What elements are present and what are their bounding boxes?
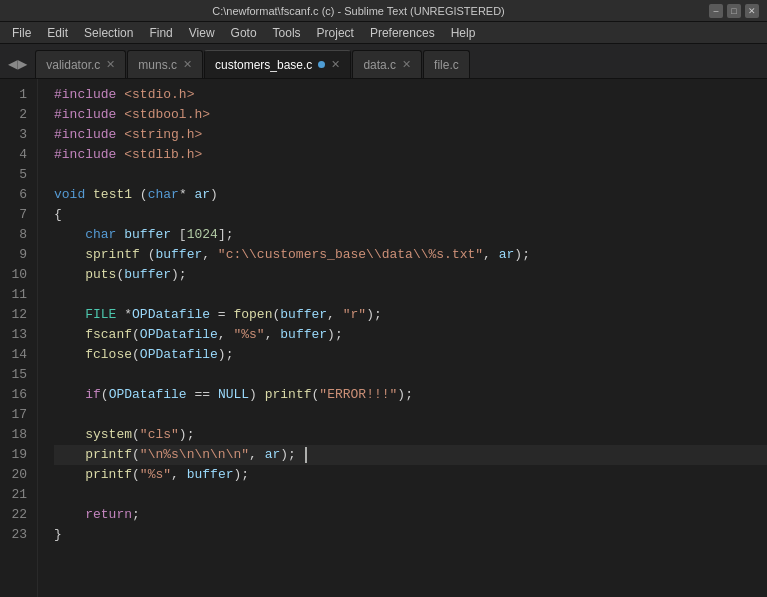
code-line-21 <box>54 485 767 505</box>
line-num-20: 20 <box>0 465 27 485</box>
line-num-2: 2 <box>0 105 27 125</box>
line-num-23: 23 <box>0 525 27 545</box>
code-line-5 <box>54 165 767 185</box>
tab-validator[interactable]: validator.c ✕ <box>35 50 126 78</box>
line-num-1: 1 <box>0 85 27 105</box>
code-line-7: { <box>54 205 767 225</box>
tab-modified-dot <box>318 61 325 68</box>
line-num-22: 22 <box>0 505 27 525</box>
line-num-17: 17 <box>0 405 27 425</box>
editor: 1 2 3 4 5 6 7 8 9 10 11 12 13 14 15 16 1… <box>0 79 767 597</box>
code-line-12: FILE *OPDatafile = fopen(buffer, "r"); <box>54 305 767 325</box>
tab-close-muns[interactable]: ✕ <box>183 58 192 71</box>
tab-label: data.c <box>363 58 396 72</box>
tab-bar: ◀▶ validator.c ✕ muns.c ✕ customers_base… <box>0 44 767 79</box>
code-line-15 <box>54 365 767 385</box>
menu-tools[interactable]: Tools <box>265 24 309 42</box>
code-line-14: fclose(OPDatafile); <box>54 345 767 365</box>
code-line-13: fscanf(OPDatafile, "%s", buffer); <box>54 325 767 345</box>
code-line-11 <box>54 285 767 305</box>
tab-close-validator[interactable]: ✕ <box>106 58 115 71</box>
line-num-3: 3 <box>0 125 27 145</box>
code-line-9: sprintf (buffer, "c:\\customers_base\\da… <box>54 245 767 265</box>
tab-close-data[interactable]: ✕ <box>402 58 411 71</box>
line-num-6: 6 <box>0 185 27 205</box>
line-num-16: 16 <box>0 385 27 405</box>
menu-goto[interactable]: Goto <box>223 24 265 42</box>
menu-preferences[interactable]: Preferences <box>362 24 443 42</box>
menu-find[interactable]: Find <box>141 24 180 42</box>
code-line-8: char buffer [1024]; <box>54 225 767 245</box>
line-num-15: 15 <box>0 365 27 385</box>
tab-customers-base[interactable]: customers_base.c ✕ <box>204 50 351 78</box>
tab-file[interactable]: file.c <box>423 50 470 78</box>
code-line-4: #include <stdlib.h> <box>54 145 767 165</box>
tab-data[interactable]: data.c ✕ <box>352 50 422 78</box>
code-area[interactable]: #include <stdio.h> #include <stdbool.h> … <box>38 79 767 597</box>
code-line-19: printf("\n%s\n\n\n\n", ar); <box>54 445 767 465</box>
close-button[interactable]: ✕ <box>745 4 759 18</box>
maximize-button[interactable]: □ <box>727 4 741 18</box>
tab-nav[interactable]: ◀▶ <box>4 50 31 78</box>
code-line-23: } <box>54 525 767 545</box>
code-line-2: #include <stdbool.h> <box>54 105 767 125</box>
line-numbers: 1 2 3 4 5 6 7 8 9 10 11 12 13 14 15 16 1… <box>0 79 38 597</box>
tab-label: validator.c <box>46 58 100 72</box>
line-num-21: 21 <box>0 485 27 505</box>
line-num-19: 19 <box>0 445 27 465</box>
line-num-10: 10 <box>0 265 27 285</box>
menu-project[interactable]: Project <box>309 24 362 42</box>
menu-selection[interactable]: Selection <box>76 24 141 42</box>
tab-label: muns.c <box>138 58 177 72</box>
code-line-6: void test1 (char* ar) <box>54 185 767 205</box>
line-num-4: 4 <box>0 145 27 165</box>
title-text: C:\newformat\fscanf.c (c) - Sublime Text… <box>8 5 709 17</box>
code-line-10: puts(buffer); <box>54 265 767 285</box>
line-num-18: 18 <box>0 425 27 445</box>
tab-close-customers[interactable]: ✕ <box>331 58 340 71</box>
menu-file[interactable]: File <box>4 24 39 42</box>
tab-muns[interactable]: muns.c ✕ <box>127 50 203 78</box>
line-num-5: 5 <box>0 165 27 185</box>
menu-bar: File Edit Selection Find View Goto Tools… <box>0 22 767 44</box>
line-num-11: 11 <box>0 285 27 305</box>
code-line-1: #include <stdio.h> <box>54 85 767 105</box>
title-bar: C:\newformat\fscanf.c (c) - Sublime Text… <box>0 0 767 22</box>
tab-label: customers_base.c <box>215 58 312 72</box>
text-cursor <box>305 447 307 463</box>
minimize-button[interactable]: – <box>709 4 723 18</box>
line-num-12: 12 <box>0 305 27 325</box>
tab-label: file.c <box>434 58 459 72</box>
code-line-22: return; <box>54 505 767 525</box>
menu-view[interactable]: View <box>181 24 223 42</box>
code-line-16: if(OPDatafile == NULL) printf("ERROR!!!"… <box>54 385 767 405</box>
line-num-13: 13 <box>0 325 27 345</box>
code-line-17 <box>54 405 767 425</box>
menu-help[interactable]: Help <box>443 24 484 42</box>
line-num-8: 8 <box>0 225 27 245</box>
line-num-7: 7 <box>0 205 27 225</box>
code-line-20: printf("%s", buffer); <box>54 465 767 485</box>
line-num-9: 9 <box>0 245 27 265</box>
code-line-18: system("cls"); <box>54 425 767 445</box>
code-line-3: #include <string.h> <box>54 125 767 145</box>
menu-edit[interactable]: Edit <box>39 24 76 42</box>
line-num-14: 14 <box>0 345 27 365</box>
